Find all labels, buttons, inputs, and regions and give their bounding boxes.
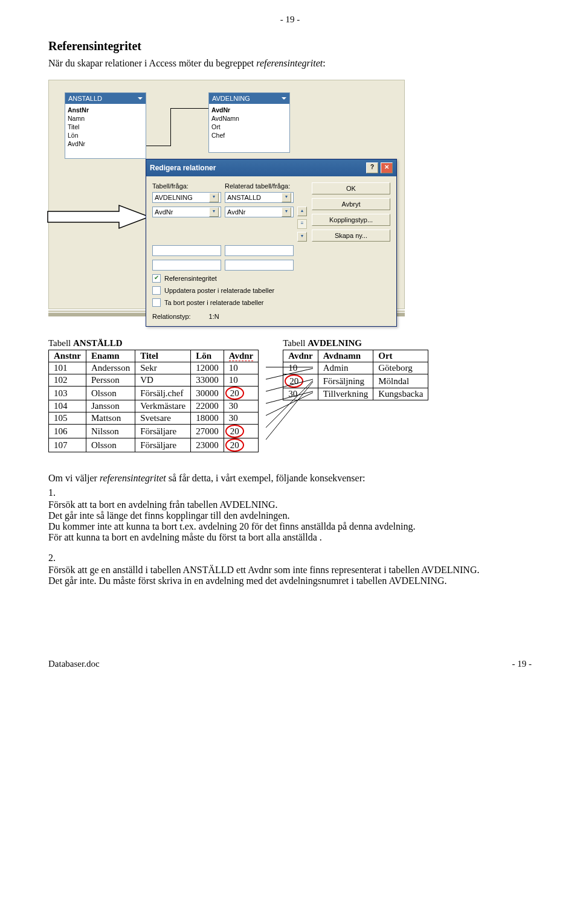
table-avdelning: Avdnr Avdnamn Ort 10AdminGöteborg 20Förs… — [283, 350, 428, 400]
body-text-term: referensintegritet — [100, 473, 166, 483]
cell: Svetsare — [135, 412, 191, 425]
circled-value: 20 — [225, 425, 244, 438]
scrollbar[interactable]: ▴ ≡ ▾ — [297, 207, 306, 242]
table-row: 101AnderssonSekr1200010 — [49, 362, 259, 374]
field: AvdNr — [68, 140, 143, 148]
cell: 20 — [224, 387, 259, 400]
body-line: För att kunna ta bort en avdelning måste… — [48, 532, 322, 542]
table-row: 105MattsonSvetsare1800030 — [49, 412, 259, 425]
edit-relations-dialog: Redigera relationer ? ✕ Tabell/fråga: Re… — [146, 159, 397, 327]
anstalld-block: Tabell ANSTÄLLD Anstnr Enamn Titel Lön A… — [48, 338, 259, 452]
table-box-avdelning[interactable]: AVDELNING AvdNr AvdNamn Ort Chef — [208, 92, 290, 153]
col-header: Avdnamn — [318, 350, 373, 362]
combo-value: AvdNr — [227, 207, 245, 217]
footer-filename: Databaser.doc — [48, 659, 100, 669]
list-number: 1. — [48, 487, 532, 498]
combo-field-left[interactable]: AvdNr ▾ — [152, 207, 221, 217]
cell: 30000 — [191, 387, 224, 400]
col-header: Anstnr — [49, 350, 86, 362]
col-header: Avdnr — [283, 350, 318, 362]
field: Namn — [68, 114, 143, 123]
create-new-button[interactable]: Skapa ny... — [312, 229, 390, 242]
chevron-down-icon: ▾ — [209, 207, 219, 217]
intro-suffix: : — [323, 58, 325, 68]
cell: 101 — [49, 362, 86, 374]
cell: Försäljning — [318, 374, 373, 388]
intro-prefix: När du skapar relationer i Access möter … — [48, 58, 256, 68]
field-pk: AnstNr — [68, 106, 143, 114]
combo-related-table[interactable]: ANSTALLD ▾ — [225, 192, 294, 203]
help-button[interactable]: ? — [366, 162, 378, 173]
checkbox-referential-integrity[interactable]: ✔ — [152, 274, 161, 283]
outline-arrow-icon — [47, 204, 150, 229]
body-text: Om vi väljer referensintegritet så får d… — [48, 473, 532, 586]
cell: 30 — [283, 388, 318, 400]
cell: VD — [135, 374, 191, 387]
col-header: Titel — [135, 350, 191, 362]
table-box-title: AVDELNING — [209, 93, 289, 104]
section-heading: Referensintegritet — [48, 39, 532, 53]
label-table-query: Tabell/fråga: — [152, 182, 221, 190]
table-box-title: ANSTALLD — [65, 93, 146, 104]
table-row: 103OlssonFörsälj.chef3000020 — [49, 387, 259, 400]
checkbox-label: Uppdatera poster i relaterade tabeller — [164, 287, 274, 294]
relation-type-value: 1:N — [209, 313, 219, 320]
cell: 10 — [224, 374, 259, 387]
body-line: Försök att ge en anställd i tabellen ANS… — [48, 565, 479, 575]
cell: Persson — [86, 374, 135, 387]
cell: Admin — [318, 362, 373, 374]
table-box-anstalld[interactable]: ANSTALLD AnstNr Namn Titel Lön AvdNr — [65, 92, 146, 159]
table-row: 20FörsäljningMölndal — [283, 374, 428, 388]
field-pk: AvdNr — [211, 106, 287, 114]
table-title-text: AVDELNING — [212, 95, 250, 102]
list-number: 2. — [48, 553, 532, 563]
cancel-button[interactable]: Avbryt — [312, 198, 390, 210]
cell: 105 — [49, 412, 86, 425]
cell: 27000 — [191, 425, 224, 438]
table-row: 107OlssonFörsäljare2300020 — [49, 438, 259, 452]
cell: Mattson — [86, 412, 135, 425]
table-label-bold: AVDELNING — [308, 338, 362, 348]
cell: Olsson — [86, 438, 135, 452]
combo-value: AVDELNING — [155, 193, 193, 202]
join-type-button[interactable]: Kopplingstyp... — [312, 214, 390, 226]
checkbox-label: Referensintegritet — [164, 275, 217, 282]
intro-term: referensintegritet — [256, 58, 323, 68]
combo-field-right[interactable]: AvdNr ▾ — [225, 207, 294, 217]
cell: Tillverkning — [318, 388, 373, 400]
table-row: 104JanssonVerkmästare2200030 — [49, 400, 259, 412]
combo-table[interactable]: AVDELNING ▾ — [152, 192, 221, 203]
empty-cell[interactable] — [152, 260, 221, 271]
cell: Försälj.chef — [135, 387, 191, 400]
cell: 23000 — [191, 438, 224, 452]
cell: 20 — [224, 438, 259, 452]
cell: 10 — [283, 362, 318, 374]
cell: 102 — [49, 374, 86, 387]
combo-value: AvdNr — [155, 207, 173, 217]
checkbox-cascade-delete[interactable] — [152, 298, 161, 307]
intro-text: När du skapar relationer i Access möter … — [48, 58, 532, 69]
chevron-down-icon — [138, 97, 143, 102]
checkbox-label: Ta bort poster i relaterade tabeller — [164, 299, 263, 306]
col-header-text: Avdnr — [229, 351, 254, 361]
checkbox-cascade-update[interactable] — [152, 286, 161, 295]
combo-value: ANSTALLD — [227, 193, 261, 202]
body-line: Du kommer inte att kunna ta bort t.ex. a… — [48, 521, 415, 531]
avdelning-block: Tabell AVDELNING Avdnr Avdnamn Ort 10Adm… — [283, 338, 428, 400]
close-button[interactable]: ✕ — [381, 162, 393, 173]
cell: Andersson — [86, 362, 135, 374]
table-row: 102PerssonVD3300010 — [49, 374, 259, 387]
cell: Mölndal — [373, 374, 428, 388]
empty-cell[interactable] — [152, 245, 221, 256]
chevron-up-icon: ▴ — [297, 207, 307, 216]
chevron-down-icon: ▾ — [282, 207, 291, 217]
ok-button[interactable]: OK — [312, 182, 390, 194]
cell: 103 — [49, 387, 86, 400]
empty-cell[interactable] — [225, 245, 294, 256]
empty-cell[interactable] — [225, 260, 294, 271]
cell: 18000 — [191, 412, 224, 425]
table-label-prefix: Tabell — [48, 338, 73, 348]
table-label-prefix: Tabell — [283, 338, 308, 348]
svg-marker-0 — [48, 205, 149, 228]
body-text-span: Om vi väljer — [48, 473, 100, 483]
